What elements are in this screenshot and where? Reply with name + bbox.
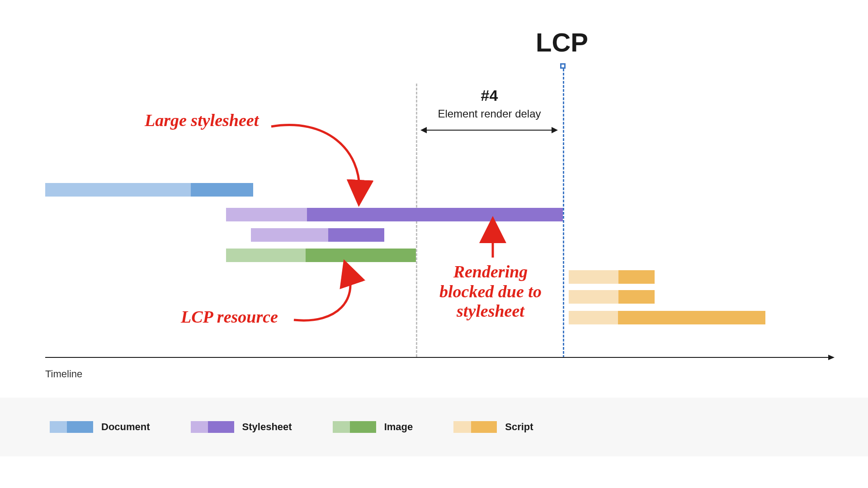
legend-label-script: Script	[505, 421, 533, 433]
lcp-marker-handle	[560, 63, 566, 69]
swatch-image	[333, 421, 376, 433]
legend-item-document: Document	[50, 421, 150, 433]
legend-item-image: Image	[333, 421, 413, 433]
phase-span-arrow	[421, 130, 557, 131]
bar-script-2	[569, 290, 655, 304]
lcp-title: LCP	[536, 27, 588, 57]
timeline-axis-label: Timeline	[45, 368, 82, 380]
arrow-rendering-blocked	[479, 225, 506, 261]
arrow-lcp-resource	[289, 267, 371, 325]
lcp-marker-line	[563, 69, 564, 358]
phase-label: Element render delay	[416, 108, 563, 120]
phase-number: #4	[416, 87, 563, 104]
bar-stylesheet-large	[226, 208, 563, 221]
swatch-document	[50, 421, 93, 433]
bar-image-lcp	[226, 249, 416, 262]
timeline-axis	[45, 357, 832, 358]
bar-script-3	[569, 311, 765, 324]
arrow-large-stylesheet	[262, 122, 380, 203]
legend-label-stylesheet: Stylesheet	[242, 421, 292, 433]
bar-stylesheet-2	[251, 228, 384, 242]
annotation-rendering-blocked: Rendering blocked due to stylesheet	[432, 262, 549, 321]
annotation-lcp-resource: LCP resource	[181, 307, 278, 327]
bar-document	[45, 183, 253, 197]
legend-label-image: Image	[384, 421, 413, 433]
swatch-script	[453, 421, 497, 433]
legend-item-stylesheet: Stylesheet	[191, 421, 292, 433]
legend-item-script: Script	[453, 421, 533, 433]
swatch-stylesheet	[191, 421, 234, 433]
annotation-large-stylesheet: Large stylesheet	[145, 111, 259, 131]
legend-label-document: Document	[101, 421, 150, 433]
diagram-canvas: LCP #4 Element render delay Time	[0, 0, 868, 488]
legend: Document Stylesheet Image Script	[0, 398, 868, 456]
bar-script-1	[569, 270, 655, 284]
